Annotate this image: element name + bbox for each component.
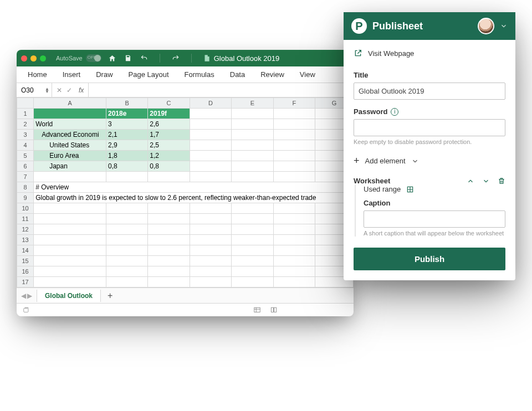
svg-rect-2 xyxy=(271,307,273,312)
formula-accept-icon[interactable]: ✓ xyxy=(66,86,72,94)
publisheet-panel: P Publisheet Visit Webpage Title Passwor… xyxy=(344,12,515,280)
caption-field-group: Caption A short caption that will appear… xyxy=(364,199,505,237)
column-header[interactable]: C xyxy=(148,98,190,109)
table-row[interactable]: 7 xyxy=(17,172,354,182)
table-row[interactable]: 8# Overview xyxy=(17,182,354,193)
minimize-window-button[interactable] xyxy=(30,55,37,61)
table-row[interactable]: 2 World 3 2,6 xyxy=(17,119,354,130)
maximize-window-button[interactable] xyxy=(40,55,46,61)
name-box[interactable]: O30 ▲▼ xyxy=(17,83,52,97)
autosave-toggle[interactable]: AutoSave OFF xyxy=(56,54,101,62)
publisheet-logo-icon: P xyxy=(351,18,367,34)
table-row[interactable]: 12 xyxy=(17,224,354,235)
tab-data[interactable]: Data xyxy=(222,66,253,83)
normal-view-icon[interactable] xyxy=(253,306,262,314)
tab-draw[interactable]: Draw xyxy=(88,66,120,83)
select-all-corner[interactable] xyxy=(17,98,34,109)
table-row[interactable]: 5 Euro Area 1,8 1,2 xyxy=(17,151,354,161)
undo-icon[interactable] xyxy=(140,54,149,62)
worksheet-label: Worksheet xyxy=(354,177,390,185)
password-label: Password i xyxy=(354,107,505,116)
sheet-tab-bar: ◀ ▶ Global Outlook + xyxy=(17,287,354,303)
publish-button[interactable]: Publish xyxy=(354,248,505,270)
table-row[interactable]: 4 United States 2,9 2,5 xyxy=(17,140,354,151)
status-bar xyxy=(17,303,354,316)
column-header[interactable]: E xyxy=(232,98,273,109)
save-icon[interactable] xyxy=(124,54,132,62)
password-input[interactable] xyxy=(354,119,505,136)
table-row[interactable]: 14 xyxy=(17,245,354,256)
window-titlebar: AutoSave OFF Global Outlook 2019 xyxy=(17,50,354,66)
tab-insert[interactable]: Insert xyxy=(55,66,89,83)
grid-icon xyxy=(406,186,414,193)
chevron-down-icon xyxy=(411,157,419,165)
sheet-prev-icon[interactable]: ◀ xyxy=(21,292,26,300)
tab-view[interactable]: View xyxy=(292,66,323,83)
column-header[interactable]: A xyxy=(34,98,106,109)
password-hint: Keep empty to disable password protectio… xyxy=(354,138,505,145)
autosave-label: AutoSave xyxy=(56,55,83,61)
column-header[interactable]: D xyxy=(190,98,231,109)
formula-bar: O30 ▲▼ ✕ ✓ fx xyxy=(17,83,354,97)
home-icon[interactable] xyxy=(108,54,116,63)
user-avatar[interactable] xyxy=(478,18,494,34)
column-header[interactable]: F xyxy=(273,98,315,109)
sheet-tab-active[interactable]: Global Outlook xyxy=(37,290,101,302)
name-box-stepper-icon[interactable]: ▲▼ xyxy=(45,88,49,93)
table-row[interactable]: 9Global growth in 2019 is expected to sl… xyxy=(17,193,354,203)
redo-icon[interactable] xyxy=(171,54,180,62)
formula-input[interactable] xyxy=(88,83,354,97)
title-input[interactable] xyxy=(354,83,505,100)
table-row[interactable]: 16 xyxy=(17,266,354,277)
autosave-switch[interactable]: OFF xyxy=(86,54,101,62)
excel-window: AutoSave OFF Global Outlook 2019 Home In… xyxy=(17,50,354,316)
move-down-icon[interactable] xyxy=(482,177,490,185)
worksheet-section: Worksheet Used range Caption A short cap… xyxy=(354,177,505,237)
caption-hint: A short caption that will appear below t… xyxy=(364,230,505,237)
window-controls xyxy=(21,55,46,61)
fx-label: fx xyxy=(79,86,84,94)
ribbon-tabs: Home Insert Draw Page Layout Formulas Da… xyxy=(17,66,354,83)
panel-brand: Publisheet xyxy=(372,20,472,32)
delete-icon[interactable] xyxy=(498,177,505,185)
table-row[interactable]: 10 xyxy=(17,203,354,214)
sheet-next-icon[interactable]: ▶ xyxy=(27,292,32,300)
plus-icon: + xyxy=(354,155,360,167)
svg-rect-3 xyxy=(274,307,277,312)
title-field-group: Title xyxy=(354,71,505,100)
caption-label: Caption xyxy=(364,199,505,207)
tab-review[interactable]: Review xyxy=(253,66,292,83)
column-header[interactable]: B xyxy=(106,98,147,109)
tab-page-layout[interactable]: Page Layout xyxy=(121,66,177,83)
table-row[interactable]: 13 xyxy=(17,235,354,245)
used-range-button[interactable]: Used range xyxy=(364,185,505,193)
user-menu-chevron-icon[interactable] xyxy=(500,22,508,30)
add-element-button[interactable]: + Add element xyxy=(354,153,505,169)
external-link-icon xyxy=(354,49,362,58)
tab-formulas[interactable]: Formulas xyxy=(177,66,222,83)
table-row[interactable]: 11 xyxy=(17,214,354,224)
accessibility-icon[interactable] xyxy=(22,306,31,314)
excel-file-icon xyxy=(203,54,211,62)
table-row[interactable]: 6 Japan 0,8 0,8 xyxy=(17,161,354,172)
table-row[interactable]: 17 xyxy=(17,277,354,287)
table-row[interactable]: 3 Advanced Economi 2,1 1,7 xyxy=(17,130,354,140)
page-layout-view-icon[interactable] xyxy=(269,306,278,314)
table-row[interactable]: 1 2018e 2019f xyxy=(17,109,354,119)
visit-webpage-link[interactable]: Visit Webpage xyxy=(354,47,505,63)
add-sheet-button[interactable]: + xyxy=(101,291,119,301)
table-row[interactable]: 15 xyxy=(17,256,354,266)
move-up-icon[interactable] xyxy=(467,177,474,185)
caption-input[interactable] xyxy=(364,210,505,228)
close-window-button[interactable] xyxy=(21,55,27,61)
document-title: Global Outlook 2019 xyxy=(203,54,349,63)
svg-rect-1 xyxy=(254,307,260,312)
info-icon[interactable]: i xyxy=(391,108,398,116)
password-field-group: Password i Keep empty to disable passwor… xyxy=(354,107,505,145)
spreadsheet-grid[interactable]: A B C D E F G 1 2018e 2019f 2 World 3 2,… xyxy=(17,97,354,287)
svg-rect-0 xyxy=(24,308,28,312)
tab-home[interactable]: Home xyxy=(20,66,55,83)
title-label: Title xyxy=(354,71,505,79)
formula-cancel-icon[interactable]: ✕ xyxy=(57,86,62,94)
panel-header: P Publisheet xyxy=(344,12,515,40)
